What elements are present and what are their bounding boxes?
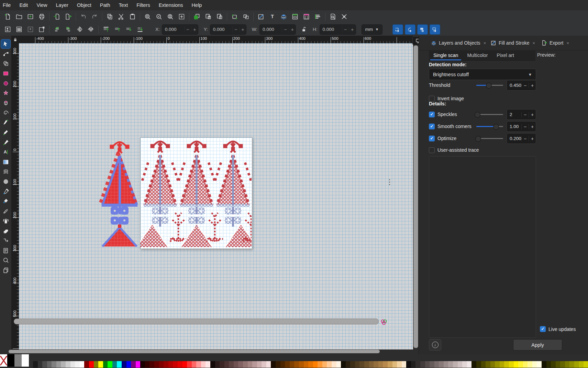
palette-swatch[interactable] (402, 361, 407, 368)
palette-swatch[interactable] (248, 361, 253, 368)
fill-stroke-button[interactable] (255, 12, 267, 22)
ungroup-button[interactable] (240, 12, 252, 22)
y-field[interactable]: 0.000−+ (210, 24, 246, 35)
tool-spray[interactable] (1, 217, 10, 226)
palette-swatch[interactable] (462, 361, 467, 368)
increment-button[interactable]: + (529, 124, 536, 129)
palette-swatch[interactable] (327, 361, 332, 368)
palette-swatch[interactable] (271, 361, 276, 368)
dock-tab-export[interactable]: Export× (541, 38, 569, 47)
palette-swatch[interactable] (224, 361, 229, 368)
palette-swatch[interactable] (145, 361, 150, 368)
x-field[interactable]: 0.000−+ (162, 24, 198, 35)
menu-item-object[interactable]: Object (77, 2, 91, 8)
menu-item-layer[interactable]: Layer (56, 2, 68, 8)
deselect-button[interactable] (25, 24, 36, 35)
palette-swatch[interactable] (471, 361, 476, 368)
palette-swatch[interactable] (374, 361, 378, 368)
palette-swatch[interactable] (75, 361, 80, 368)
tool-swirl[interactable] (1, 177, 10, 186)
tool-gradient[interactable] (1, 158, 10, 166)
decrement-button[interactable]: − (184, 26, 191, 32)
optimize-spinbox[interactable]: 0.200−+ (507, 133, 536, 144)
scale-pattern-toggle[interactable] (430, 24, 440, 35)
tool-dropper[interactable] (1, 187, 10, 196)
zoom-selection-button[interactable] (142, 12, 153, 22)
dock-tab-layers[interactable]: Layers and Objects× (431, 38, 486, 47)
raise-button[interactable] (112, 24, 123, 35)
canvas[interactable] (19, 43, 413, 349)
palette-swatch[interactable] (140, 361, 145, 368)
palette-swatch[interactable] (80, 361, 85, 368)
palette-swatch[interactable] (285, 361, 290, 368)
palette-swatch[interactable] (434, 361, 439, 368)
redo-button[interactable] (89, 12, 100, 22)
palette-swatch[interactable] (56, 361, 61, 368)
palette-swatch[interactable] (500, 361, 504, 368)
scan-tab-single-scan[interactable]: Single scan (429, 51, 463, 60)
palette-swatch[interactable] (453, 361, 458, 368)
select-all-layers-button[interactable] (13, 24, 25, 35)
palette-swatch[interactable] (126, 361, 131, 368)
palette-swatch[interactable] (537, 361, 542, 368)
menu-item-extensions[interactable]: Extensions (159, 2, 183, 8)
palette-swatch[interactable] (481, 361, 486, 368)
palette-swatch[interactable] (290, 361, 295, 368)
palette-swatch[interactable] (38, 361, 43, 368)
tool-eraser[interactable] (1, 226, 10, 235)
dock-tab-fillstroke[interactable]: Fill and Stroke× (490, 38, 535, 47)
scale-stroke-toggle[interactable] (392, 24, 403, 35)
copy-button[interactable] (104, 12, 115, 22)
palette-swatch[interactable] (467, 361, 472, 368)
palette-swatch[interactable] (178, 361, 182, 368)
vertical-scrollbar[interactable] (413, 45, 418, 348)
increment-button[interactable]: + (529, 112, 536, 117)
palette-swatch[interactable] (579, 361, 584, 368)
zoom-frame-button[interactable] (176, 12, 187, 22)
detection-mode-select[interactable]: Brightness cutoff ▼ (429, 69, 536, 80)
close-icon[interactable]: × (566, 41, 569, 46)
palette-swatch[interactable] (112, 361, 117, 368)
unlink-clone-button[interactable] (214, 12, 225, 22)
scan-tab-multicolor[interactable]: Multicolor (463, 51, 492, 60)
printer-button[interactable] (36, 12, 47, 22)
palette-swatch[interactable] (425, 361, 430, 368)
optimize-slider[interactable] (476, 133, 503, 143)
palette-swatch[interactable] (504, 361, 509, 368)
clone-button[interactable] (202, 12, 214, 22)
palette-swatch[interactable] (187, 361, 192, 368)
speckles-slider[interactable] (476, 109, 503, 119)
flip-vertical-button[interactable] (85, 24, 97, 35)
preferences-button[interactable] (339, 12, 350, 22)
cut-button[interactable] (115, 12, 127, 22)
scale-gradient-toggle[interactable] (417, 24, 428, 35)
w-field[interactable]: 0.000−+ (259, 24, 296, 35)
folder-open-button[interactable] (13, 12, 25, 22)
menu-item-file[interactable]: File (3, 2, 11, 8)
palette-swatch[interactable] (542, 361, 546, 368)
tool-connector[interactable] (1, 236, 10, 245)
selection-box-button[interactable] (36, 24, 47, 35)
palette-swatch[interactable] (546, 361, 551, 368)
increment-button[interactable]: + (289, 26, 296, 32)
palette-swatch[interactable] (229, 361, 234, 368)
horizontal-ruler[interactable]: -400-300-200-1000100200300400500600 (19, 36, 413, 43)
palette-swatch[interactable] (61, 361, 66, 368)
menu-item-help[interactable]: Help (192, 2, 202, 8)
threshold-spinbox[interactable]: 0.450−+ (507, 80, 536, 91)
unit-select[interactable]: mm▼ (362, 24, 382, 35)
decrement-button[interactable]: − (282, 26, 289, 32)
palette-swatch[interactable] (173, 361, 178, 368)
palette-swatch[interactable] (397, 361, 402, 368)
palette-swatch[interactable] (411, 361, 416, 368)
palette-swatch[interactable] (364, 361, 369, 368)
palette-swatch[interactable] (359, 361, 364, 368)
palette-swatch[interactable] (574, 361, 579, 368)
user-assisted-trace-checkbox[interactable] (429, 147, 435, 153)
decrement-button[interactable]: − (521, 136, 529, 141)
palette-swatch[interactable] (560, 361, 565, 368)
traced-artwork[interactable] (91, 136, 273, 249)
palette-swatch[interactable] (262, 361, 266, 368)
palette-swatch[interactable] (182, 361, 187, 368)
palette-swatch[interactable] (565, 361, 570, 368)
